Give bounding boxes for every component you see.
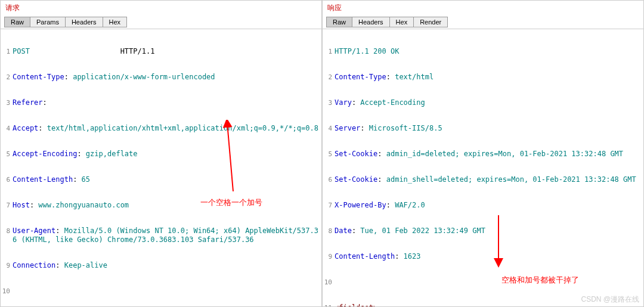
tab-headers[interactable]: Headers — [65, 17, 103, 27]
response-raw-editor[interactable]: 1HTTP/1.1 200 OK 2Content-Type: text/htm… — [323, 29, 643, 306]
header-name: Vary — [335, 98, 352, 107]
header-name: Accept — [13, 124, 38, 132]
header-value: 1623 — [404, 252, 421, 261]
http-version: HTTP/1.1 — [120, 47, 155, 55]
header-name: Set-Cookie — [335, 175, 377, 184]
header-name: Date — [335, 227, 352, 235]
header-name: X-Powered-By — [335, 201, 386, 209]
tab-raw-resp[interactable]: Raw — [326, 17, 352, 27]
tab-params[interactable]: Params — [30, 17, 66, 27]
tab-hex-resp[interactable]: Hex — [389, 17, 414, 27]
response-tabs: Raw Headers Hex Render — [323, 15, 643, 29]
tab-headers-resp[interactable]: Headers — [352, 17, 390, 27]
header-value: Microsoft-IIS/8.5 — [369, 124, 442, 132]
watermark: CSDN @漫路在线 — [581, 294, 639, 305]
header-value: Tue, 01 Feb 2022 13:32:49 GMT — [360, 227, 485, 235]
header-value: Keep-alive — [64, 261, 107, 269]
header-value: text/html,application/xhtml+xml,applicat… — [47, 124, 318, 132]
status-line: HTTP/1.1 200 OK — [335, 47, 642, 56]
tab-render-resp[interactable]: Render — [413, 17, 448, 27]
header-value: application/x-www-form-urlencoded — [73, 73, 215, 81]
header-value: admin_id=deleted; expires=Mon, 01-Feb-20… — [386, 150, 623, 158]
header-name: Content-Length — [335, 252, 395, 261]
header-name: Referer — [13, 98, 43, 107]
request-tabs: Raw Params Headers Hex — [1, 15, 321, 29]
response-title: 响应 — [323, 1, 643, 15]
header-name: Content-Type — [335, 73, 386, 81]
header-value: WAF/2.0 — [395, 201, 425, 209]
tab-raw[interactable]: Raw — [4, 17, 30, 27]
header-name: Connection — [13, 261, 55, 269]
response-panel: 响应 Raw Headers Hex Render 1HTTP/1.1 200 … — [322, 0, 644, 307]
request-panel: 请求 Raw Params Headers Hex 1POST HTTP/1.1… — [0, 0, 322, 307]
header-name: Host — [13, 201, 30, 209]
header-value: 65 — [82, 175, 90, 184]
tab-hex[interactable]: Hex — [103, 17, 128, 27]
request-raw-editor[interactable]: 1POST HTTP/1.1 2Content-Type: applicatio… — [1, 29, 321, 306]
header-value: text/html — [395, 73, 434, 81]
header-value: Mozilla/5.0 (Windows NT 10.0; Win64; x64… — [13, 227, 318, 244]
header-name: Content-Type — [13, 73, 64, 81]
http-method: POST — [13, 47, 30, 55]
request-title: 请求 — [1, 1, 321, 15]
header-name: Content-Length — [13, 175, 73, 184]
header-name: Accept-Encoding — [13, 150, 77, 158]
header-name: User-Agent — [13, 227, 55, 235]
header-value: admin_shell=deleted; expires=Mon, 01-Feb… — [386, 175, 636, 184]
header-name: Server — [335, 124, 360, 132]
header-value: gzip,deflate — [86, 150, 138, 158]
header-name: Set-Cookie — [335, 150, 377, 158]
header-value: Accept-Encoding — [360, 98, 425, 107]
header-value: www.zhongyuanauto.com — [38, 201, 129, 209]
